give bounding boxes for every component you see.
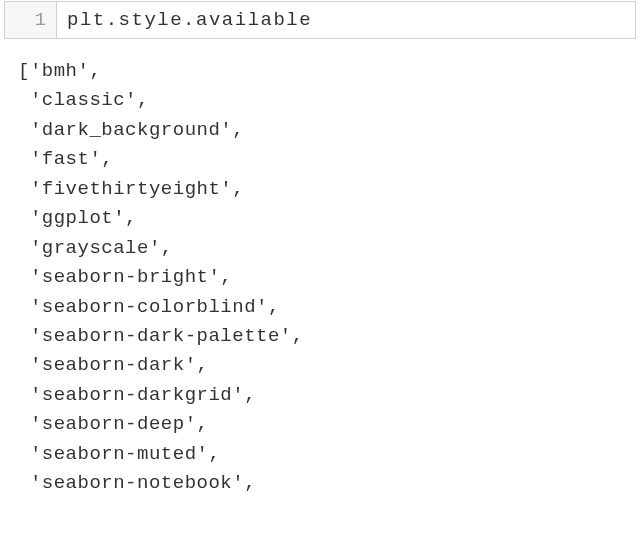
output-line: 'seaborn-dark',	[18, 351, 640, 380]
output-line: 'seaborn-colorblind',	[18, 293, 640, 322]
code-text: plt.style.available	[67, 9, 312, 31]
output-line: 'seaborn-darkgrid',	[18, 381, 640, 410]
output-area: ['bmh', 'classic', 'dark_background', 'f…	[0, 39, 640, 499]
output-line: 'ggplot',	[18, 204, 640, 233]
output-line: 'dark_background',	[18, 116, 640, 145]
output-line: ['bmh',	[18, 57, 640, 86]
line-number-gutter: 1	[5, 2, 57, 38]
output-line: 'seaborn-notebook',	[18, 469, 640, 498]
output-line: 'grayscale',	[18, 234, 640, 263]
output-line: 'classic',	[18, 86, 640, 115]
output-line: 'seaborn-dark-palette',	[18, 322, 640, 351]
code-input[interactable]: plt.style.available	[57, 2, 635, 38]
output-line: 'seaborn-muted',	[18, 440, 640, 469]
output-line: 'seaborn-deep',	[18, 410, 640, 439]
output-line: 'fivethirtyeight',	[18, 175, 640, 204]
output-line: 'fast',	[18, 145, 640, 174]
output-line: 'seaborn-bright',	[18, 263, 640, 292]
code-cell: 1 plt.style.available	[4, 1, 636, 39]
line-number: 1	[35, 9, 46, 31]
